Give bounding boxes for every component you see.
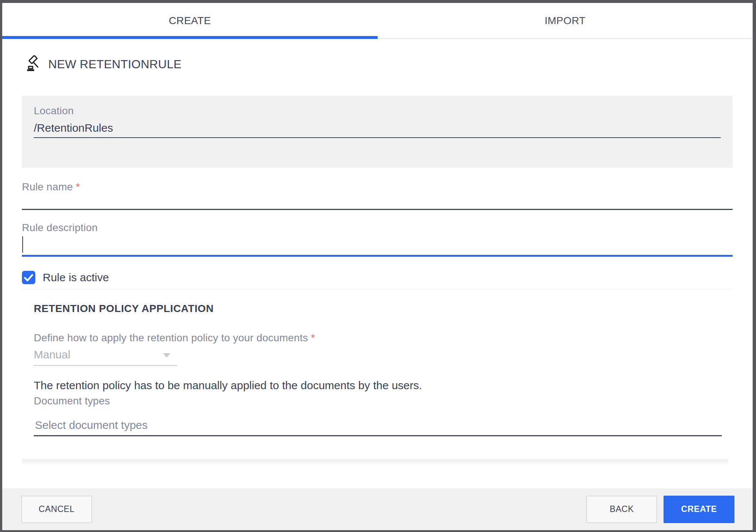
footer-right-actions: BACK CREATE <box>586 496 734 523</box>
scroll-shadow <box>22 459 728 465</box>
active-tab-indicator <box>2 36 378 39</box>
chevron-down-icon <box>163 353 170 358</box>
tab-import-label: IMPORT <box>545 15 586 27</box>
tab-import[interactable]: IMPORT <box>378 3 753 38</box>
rule-name-input[interactable] <box>22 193 733 210</box>
create-button[interactable]: CREATE <box>664 496 734 523</box>
section-title: RETENTION POLICY APPLICATION <box>34 302 733 315</box>
dialog-footer: CANCEL BACK CREATE <box>2 488 753 530</box>
back-button[interactable]: BACK <box>586 496 657 523</box>
apply-mode-select[interactable]: Manual <box>34 347 177 366</box>
text-caret <box>22 236 23 253</box>
gavel-icon <box>25 55 41 73</box>
rule-description-input[interactable] <box>22 234 733 257</box>
page-heading: NEW RETENTIONRULE <box>22 56 733 73</box>
apply-mode-label-text: Define how to apply the retention policy… <box>34 332 308 344</box>
tab-create-label: CREATE <box>169 15 211 27</box>
required-asterisk: * <box>76 181 80 193</box>
check-icon <box>22 271 35 284</box>
dialog-content: NEW RETENTIONRULE Location Rule name * R… <box>2 39 753 488</box>
rule-description-label: Rule description <box>22 221 733 234</box>
apply-mode-selected-value: Manual <box>34 348 70 361</box>
rule-name-label: Rule name * <box>22 181 733 193</box>
rule-name-field: Rule name * <box>22 181 733 210</box>
rule-active-label[interactable]: Rule is active <box>43 271 109 284</box>
rule-name-label-text: Rule name <box>22 181 73 193</box>
required-asterisk: * <box>311 332 315 344</box>
create-retention-rule-dialog: CREATE IMPORT NEW RETENTIONRULE Location… <box>2 3 753 530</box>
apply-mode-label: Define how to apply the retention policy… <box>34 332 733 344</box>
location-label: Location <box>34 105 721 117</box>
rule-active-checkbox[interactable] <box>22 271 35 284</box>
apply-mode-help-text: The retention policy has to be manually … <box>34 378 733 393</box>
retention-policy-section: RETENTION POLICY APPLICATION Define how … <box>22 302 733 436</box>
rule-active-row[interactable]: Rule is active <box>22 271 733 284</box>
location-field-group: Location <box>22 96 733 168</box>
tab-create[interactable]: CREATE <box>2 3 378 38</box>
dialog-tabbar: CREATE IMPORT <box>2 3 753 39</box>
rule-description-field: Rule description <box>22 221 733 257</box>
section-divider <box>22 289 733 289</box>
document-types-input[interactable] <box>34 415 722 436</box>
cancel-button[interactable]: CANCEL <box>21 496 92 523</box>
page-title: NEW RETENTIONRULE <box>48 58 182 71</box>
location-input[interactable] <box>34 120 721 138</box>
document-types-label: Document types <box>34 395 733 407</box>
